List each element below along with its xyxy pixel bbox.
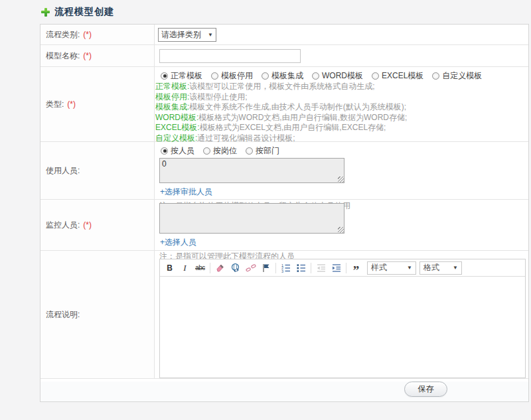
type-radio-normal[interactable]: 正常模板 <box>161 70 202 82</box>
select-monitor-link[interactable]: +选择人员 <box>160 237 196 248</box>
type-radio-integrated[interactable]: 模板集成 <box>262 70 303 82</box>
radio-icon <box>372 72 379 80</box>
type-radio-custom[interactable]: 自定义模板 <box>432 70 482 82</box>
type-radio-word-label: WORD模板 <box>322 70 363 82</box>
monitors-label-cell: 监控人员: (*) <box>40 200 155 250</box>
format-dropdown-label: 格式 <box>423 262 439 273</box>
chevron-down-icon: ▼ <box>208 32 213 38</box>
form-footer: 保存 <box>40 382 528 401</box>
type-desc-text: 该模型可以正常使用，模板文件由系统格式自动生成; <box>189 82 374 91</box>
description-label: 流程说明: <box>46 309 80 320</box>
radio-icon <box>262 72 269 80</box>
type-label: 类型: <box>46 99 64 110</box>
type-desc-text: 模板格式为WORD文档,由用户自行编辑,数据为WORD存储; <box>198 113 407 122</box>
bullet-list-icon <box>296 263 307 273</box>
users-radio-by-person-label: 按人员 <box>171 145 194 157</box>
type-desc-text: 通过可视化编辑器设计模板; <box>197 133 295 143</box>
users-textarea[interactable]: 0 <box>159 158 344 183</box>
type-radio-excel-label: EXCEL模板 <box>382 70 423 82</box>
page-title: 流程模型创建 <box>41 6 114 18</box>
rich-text-editor: B I abc <box>159 259 526 378</box>
outdent-button[interactable] <box>313 261 329 275</box>
type-desc-text: 模板格式为EXCEL文档,由用户自行编辑,EXCEL存储; <box>200 123 386 132</box>
type-radio-custom-label: 自定义模板 <box>442 70 482 82</box>
row-description: 流程说明: B I abc <box>40 251 528 379</box>
category-label-cell: 流程类别: (*) <box>40 25 155 44</box>
monitors-textarea[interactable] <box>159 203 344 234</box>
link-button[interactable] <box>228 261 243 275</box>
type-desc-text: 该模型停止使用; <box>189 92 247 102</box>
type-radio-integrated-label: 模板集成 <box>271 70 303 82</box>
svg-text:3: 3 <box>281 269 283 273</box>
form-panel: 流程类别: (*) 请选择类别 ▼ 模型名称: (*) 类型: (*) <box>40 24 529 402</box>
type-radio-disabled-label: 模板停用 <box>221 70 253 82</box>
category-select-value: 请选择类别 <box>161 29 201 40</box>
type-desc-term: 自定义模板: <box>155 133 197 143</box>
indent-icon <box>331 263 342 273</box>
users-radio-by-dept-label: 按部门 <box>256 145 279 157</box>
type-desc-integrated: 模板集成:模板文件系统不作生成,由技术人员手动制作(默认为系统模板); <box>155 102 528 113</box>
type-desc-normal: 正常模板:该模型可以正常使用，模板文件由系统格式自动生成; <box>155 82 528 92</box>
radio-icon <box>312 72 319 80</box>
type-desc-excel: EXCEL模板:模板格式为EXCEL文档,由用户自行编辑,EXCEL存储; <box>155 123 528 133</box>
type-label-cell: 类型: (*) <box>40 67 155 141</box>
blockquote-button[interactable]: ” <box>348 261 364 275</box>
strikethrough-button[interactable]: abc <box>192 261 208 275</box>
users-radio-by-post[interactable]: 按岗位 <box>203 145 237 157</box>
format-dropdown[interactable]: 格式 ▼ <box>419 261 462 275</box>
category-select[interactable]: 请选择类别 ▼ <box>158 28 216 42</box>
anchor-button[interactable] <box>258 261 273 275</box>
radio-checked-icon <box>161 147 168 155</box>
toolbar-separator <box>346 263 346 273</box>
ordered-list-icon: 123 <box>281 263 291 273</box>
type-radio-excel[interactable]: EXCEL模板 <box>372 70 423 82</box>
type-desc-term: 模板停用: <box>155 92 189 102</box>
category-label: 流程类别: <box>46 29 80 40</box>
ordered-list-button[interactable]: 123 <box>278 261 293 275</box>
unordered-list-button[interactable] <box>293 261 309 275</box>
link-icon <box>230 263 241 273</box>
outdent-icon <box>316 263 327 273</box>
type-radio-word[interactable]: WORD模板 <box>312 70 363 82</box>
italic-button[interactable]: I <box>177 261 192 275</box>
type-radio-disabled[interactable]: 模板停用 <box>211 70 253 82</box>
toolbar-separator <box>311 263 311 273</box>
eraser-icon <box>215 263 225 273</box>
bold-icon: B <box>167 263 173 273</box>
radio-icon <box>246 147 253 155</box>
row-category: 流程类别: (*) 请选择类别 ▼ <box>40 25 528 45</box>
model-name-required-mark: (*) <box>83 51 92 60</box>
chevron-down-icon: ▼ <box>407 265 412 271</box>
users-radio-by-person[interactable]: 按人员 <box>161 145 194 157</box>
model-name-label-cell: 模型名称: (*) <box>40 45 155 66</box>
strikethrough-icon: abc <box>195 264 205 271</box>
radio-icon <box>432 72 439 80</box>
type-desc-term: 模板集成: <box>155 102 189 111</box>
users-radio-by-dept[interactable]: 按部门 <box>246 145 279 157</box>
row-type: 类型: (*) 正常模板 模板停用 模板集成 WORD模板 <box>40 67 528 142</box>
toolbar-separator <box>210 263 210 273</box>
row-users: 使用人员: 按人员 按岗位 按部门 0 +选择审批人员 注：是指允许使用此模型的… <box>40 142 528 200</box>
editor-content-area[interactable] <box>160 277 525 378</box>
type-required-mark: (*) <box>67 100 76 109</box>
monitors-required-mark: (*) <box>83 220 92 230</box>
model-name-label: 模型名称: <box>46 50 80 62</box>
save-button[interactable]: 保存 <box>404 382 447 397</box>
users-radio-by-post-label: 按岗位 <box>213 145 237 157</box>
row-model-name: 模型名称: (*) <box>40 45 528 67</box>
styles-dropdown[interactable]: 样式 ▼ <box>367 261 416 275</box>
row-monitors: 监控人员: (*) +选择人员 注：是指可以管理此下模型流程的人员 <box>40 200 528 251</box>
type-radio-normal-label: 正常模板 <box>171 70 202 82</box>
plus-icon <box>41 8 50 17</box>
chevron-down-icon: ▼ <box>453 265 458 271</box>
users-label: 使用人员: <box>46 165 80 176</box>
blockquote-icon: ” <box>353 262 360 273</box>
bold-button[interactable]: B <box>162 261 177 275</box>
remove-format-button[interactable] <box>212 261 228 275</box>
model-name-input[interactable] <box>159 49 301 63</box>
radio-icon <box>203 147 210 155</box>
select-approver-link[interactable]: +选择审批人员 <box>160 186 212 198</box>
indent-button[interactable] <box>329 261 344 275</box>
unlink-button[interactable] <box>243 261 258 275</box>
toolbar-separator <box>275 263 276 273</box>
